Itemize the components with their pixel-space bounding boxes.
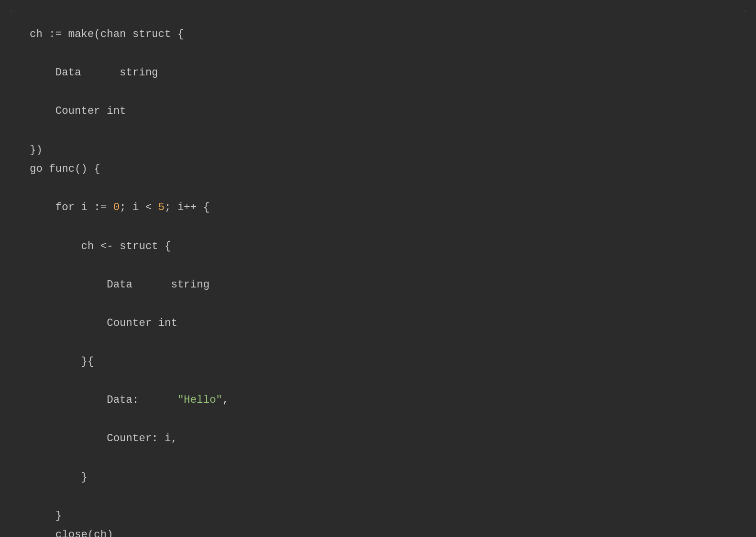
code-token: ; i++ { (164, 201, 209, 214)
code-line (30, 179, 726, 198)
code-line (30, 410, 726, 430)
code-token: for i := (30, 201, 113, 214)
code-line: Counter int (30, 102, 726, 121)
code-token: 5 (158, 201, 164, 214)
code-token: } (30, 471, 88, 483)
code-token: Data string (30, 279, 210, 291)
code-token: }) (30, 144, 42, 156)
code-line: ch <- struct { (30, 237, 726, 256)
code-token: Data string (30, 67, 158, 79)
code-line (30, 333, 726, 353)
code-token: close(ch) (30, 529, 113, 537)
code-token: , (222, 394, 229, 406)
code-line (30, 83, 726, 102)
code-line (30, 256, 726, 275)
code-line (30, 372, 726, 391)
code-line: Counter int (30, 314, 726, 333)
code-line (30, 44, 726, 64)
code-line (30, 294, 726, 314)
code-token: Counter int (30, 105, 126, 117)
code-token: }{ (30, 356, 94, 368)
code-line: }) (30, 141, 726, 160)
code-line: close(ch) (30, 525, 726, 537)
code-line (30, 448, 726, 468)
code-token: ; i < (120, 201, 158, 214)
code-line: for i := 0; i < 5; i++ { (30, 198, 726, 217)
code-line (30, 487, 726, 506)
code-token: ch <- struct { (30, 240, 171, 252)
code-line: Data: "Hello", (30, 391, 726, 410)
code-line: Data string (30, 63, 726, 83)
code-token: } (30, 510, 62, 522)
code-line: ch := make(chan struct { (30, 25, 726, 44)
code-line (30, 121, 726, 141)
code-token: Counter: i, (30, 432, 178, 445)
code-line: Counter: i, (30, 429, 726, 448)
code-token: "Hello" (178, 394, 222, 406)
code-content: ch := make(chan struct { Data string Cou… (30, 25, 726, 537)
code-token: ch := make(chan struct { (30, 28, 184, 40)
code-token: go func() { (30, 163, 100, 175)
code-token: Data: (30, 394, 178, 406)
code-line: Data string (30, 275, 726, 295)
code-line: } (30, 506, 726, 526)
code-line (30, 217, 726, 237)
code-line: } (30, 468, 726, 487)
code-line: }{ (30, 352, 726, 372)
code-token: 0 (113, 201, 120, 214)
code-line: go func() { (30, 160, 726, 179)
code-editor: ch := make(chan struct { Data string Cou… (10, 10, 746, 537)
code-token: Counter int (30, 317, 178, 329)
